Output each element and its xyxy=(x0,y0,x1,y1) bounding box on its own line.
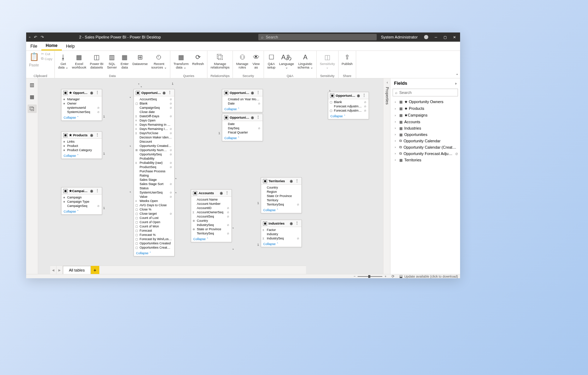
field-row[interactable]: DaySeq⊘ xyxy=(222,126,263,130)
eye-icon[interactable]: ◉ xyxy=(163,91,166,95)
model-view-icon[interactable]: ⿻ xyxy=(28,105,37,113)
field-row[interactable]: Rating xyxy=(134,173,174,178)
zoom-out-icon[interactable]: − xyxy=(354,274,356,278)
field-row[interactable]: ΣDateDiff-Days⊘ xyxy=(134,114,174,118)
field-row[interactable]: Date⊘ xyxy=(222,101,263,106)
ribbon-btn-dataverse[interactable]: ⊞Dataverse xyxy=(131,52,149,74)
close-button[interactable]: ✕ xyxy=(453,35,456,39)
field-row[interactable]: ▢Forecast xyxy=(134,228,174,233)
fields-table-opportunity-calendar-created-on-[interactable]: ›⧉Opportunity Calendar (Created On) xyxy=(390,144,460,150)
field-row[interactable]: ▢AVG Days to Close xyxy=(134,203,174,207)
tab-help[interactable]: Help xyxy=(62,42,79,50)
field-row[interactable]: ★Owner xyxy=(61,101,102,106)
zoom-in-icon[interactable]: + xyxy=(384,274,387,278)
ribbon-btn-manage[interactable]: ⿻Manage relationships xyxy=(209,52,231,74)
field-row[interactable]: ΣAccountOwnerSeq⊘ xyxy=(191,210,231,214)
table-header[interactable]: ▦★ Products◉⋮ xyxy=(61,132,102,139)
ribbon-btn-q-a[interactable]: ☐Q&A setup xyxy=(265,52,277,74)
collapse-link[interactable]: Collapse xyxy=(61,153,102,159)
field-row[interactable]: Date xyxy=(222,122,263,126)
field-row[interactable]: Opportunity Created On xyxy=(134,144,174,148)
eye-icon[interactable]: ◉ xyxy=(251,91,254,95)
field-row[interactable]: TerritorySeq⊘ xyxy=(191,231,231,236)
field-row[interactable]: OpportunitySeq⊘ xyxy=(134,152,174,156)
eye-icon[interactable]: ◉ xyxy=(90,189,93,193)
eye-icon[interactable]: ◉ xyxy=(220,191,223,195)
update-available[interactable]: ⬓ Update available (click to download) xyxy=(399,274,458,278)
field-row[interactable]: Close date xyxy=(134,110,174,114)
fields-table-industries[interactable]: ›▦Industries xyxy=(390,125,460,131)
collapse-link[interactable]: Collapse xyxy=(261,207,301,213)
fields-table-opportunity-forecast-adjustment[interactable]: ›⧉Opportunity Forecast Adjustment⊘ xyxy=(390,150,460,157)
eye-icon[interactable]: ◉ xyxy=(290,221,293,225)
field-row[interactable]: Account Number xyxy=(191,202,231,206)
ribbon-btn-linguistic[interactable]: ALinguistic schema ⌄ xyxy=(296,52,315,74)
ribbon-collapse-icon[interactable]: ˄ xyxy=(456,73,458,77)
fields-table--products[interactable]: ›▦★ Products xyxy=(390,105,460,112)
field-row[interactable]: Industry xyxy=(261,232,301,236)
more-icon[interactable]: ⋮ xyxy=(167,90,172,95)
field-row[interactable]: AccountID⊘ xyxy=(191,206,231,210)
fields-search[interactable]: ⌕ Search xyxy=(393,89,458,96)
add-page-button[interactable]: + xyxy=(91,266,99,274)
more-icon[interactable]: ⋮ xyxy=(95,189,100,193)
fields-table--campaigns[interactable]: ›▦★Campaigns xyxy=(390,112,460,119)
field-row[interactable]: IndustrySeq⊘ xyxy=(191,223,231,227)
field-row[interactable]: ≡Days Open xyxy=(134,118,174,123)
field-row[interactable]: ★Product Category xyxy=(61,148,102,152)
table-header[interactable]: ▦Accounts◉⋮ xyxy=(191,190,231,197)
collapse-link[interactable]: Collapse xyxy=(61,209,102,214)
field-row[interactable]: ▢Opportunities Created xyxy=(134,241,174,245)
eye-icon[interactable]: ◉ xyxy=(357,94,360,97)
field-row[interactable]: ▢Forecast Adjustment Va...⊘ xyxy=(328,108,369,113)
table-header[interactable]: ▦Industries◉⋮ xyxy=(261,220,301,227)
table-opp-calendar-created[interactable]: ▦Opportunity Calenda...◉⋮Created on Year… xyxy=(222,89,263,112)
field-row[interactable]: ≡Days Remaining In Pipeline xyxy=(134,123,174,127)
ribbon-btn-publish[interactable]: ⇪Publish xyxy=(340,52,354,74)
more-icon[interactable]: ⋮ xyxy=(224,191,230,195)
table-opp-calendar[interactable]: ▦Opportunity Calendar◉⋮DateDaySeq⊘Fiscal… xyxy=(222,114,263,141)
ribbon-btn-get[interactable]: ⭳Get data ⌄ xyxy=(56,52,70,74)
ribbon-btn-refresh[interactable]: ⟳Refresh xyxy=(190,52,206,74)
field-row[interactable]: ⊕State or Province xyxy=(191,227,231,231)
field-row[interactable]: ▢Close % xyxy=(134,207,174,212)
collapse-link[interactable]: Collapse xyxy=(222,135,263,141)
fields-table-opportunity-calendar[interactable]: ›⧉Opportunity Calendar xyxy=(390,138,460,144)
eye-icon[interactable]: ◉ xyxy=(90,91,93,95)
more-icon[interactable]: ⋮ xyxy=(95,133,100,137)
table-header[interactable]: ▦Opportunity Forecast...◉⋮ xyxy=(328,92,369,99)
field-row[interactable]: ★Campaign xyxy=(61,195,102,200)
table-industries[interactable]: ▦Industries◉⋮ΣFactorIndustryΣIndustrySeq… xyxy=(261,220,302,247)
field-row[interactable]: ΣIndustrySeq⊘ xyxy=(261,236,301,240)
field-row[interactable]: ★Product xyxy=(61,144,102,148)
field-row[interactable]: Decision Maker Identified xyxy=(134,135,174,139)
save-icon[interactable]: ▫ xyxy=(29,35,30,39)
field-row[interactable]: State Or Province xyxy=(261,194,301,198)
chevron-right-icon[interactable]: › xyxy=(455,81,457,85)
undo-icon[interactable]: ↶ xyxy=(34,35,37,40)
field-row[interactable]: ▢Close target⊘ xyxy=(134,212,174,216)
table-accounts[interactable]: ▦Accounts◉⋮Account NameAccount NumberAcc… xyxy=(191,189,232,242)
field-row[interactable]: Forecast Adjustment⊘ xyxy=(328,104,369,108)
field-row[interactable]: ProductSeq⊘ xyxy=(134,165,174,169)
more-icon[interactable]: ⋮ xyxy=(294,221,300,226)
field-row[interactable]: Discount xyxy=(134,139,174,144)
ribbon-btn-excel[interactable]: ▦Excel workbook xyxy=(70,52,88,74)
field-row[interactable]: Status xyxy=(134,186,174,190)
minimize-button[interactable]: ─ xyxy=(435,35,437,39)
ribbon-btn-manage[interactable]: ⚇Manage roles xyxy=(234,52,250,74)
field-row[interactable]: ▢Forecast by Win/Loss Ratio xyxy=(134,237,174,241)
field-row[interactable]: TerritorySeq⊘ xyxy=(261,202,301,207)
tab-file[interactable]: File xyxy=(26,42,41,50)
table-header[interactable]: ▦Opportunity Calenda...◉⋮ xyxy=(222,89,263,96)
eye-icon[interactable]: ◉ xyxy=(251,115,254,119)
fields-table-territories[interactable]: ›▦Territories xyxy=(390,157,460,163)
data-view-icon[interactable]: ▦ xyxy=(28,93,37,101)
field-row[interactable]: ΣFactor xyxy=(261,228,301,232)
field-row[interactable]: Sales Stage Sort⊘ xyxy=(134,182,174,186)
table-header[interactable]: ▦Territories◉⋮ xyxy=(261,178,301,185)
tab-home[interactable]: Home xyxy=(41,42,61,50)
zoom-slider[interactable]: − + xyxy=(354,274,387,278)
table-territories[interactable]: ▦Territories◉⋮CountryRegionState Or Prov… xyxy=(261,177,302,213)
field-row[interactable]: SystemUserSeq⊘ xyxy=(61,110,102,114)
